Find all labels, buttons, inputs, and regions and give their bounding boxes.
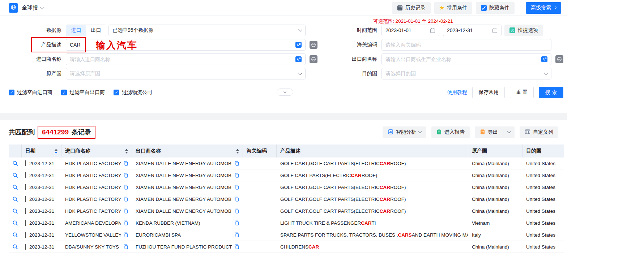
magnifier-icon[interactable] [12, 220, 18, 226]
tab-import[interactable]: 进口 [66, 25, 86, 36]
cell-destination: United States [523, 220, 564, 226]
cell-destination: United States [523, 161, 564, 166]
date-from-input[interactable]: 2023-01-01 [381, 25, 439, 36]
magnifier-icon[interactable] [12, 184, 18, 190]
section-divider [0, 113, 567, 120]
export-button[interactable]: 导出 [475, 126, 503, 138]
quick-options-button[interactable]: ⌘ 快捷选项 [504, 25, 543, 36]
copy-icon[interactable] [234, 197, 239, 202]
magnifier-icon[interactable] [12, 172, 18, 178]
cell-destination: United States [523, 244, 564, 250]
copy-icon[interactable] [123, 185, 128, 190]
hide-conditions-label: 隐藏条件 [489, 5, 509, 11]
cell-date: 2023-12-31 [29, 161, 54, 166]
search-button[interactable]: 搜 索 [539, 87, 563, 98]
row-accent-bar [25, 244, 26, 250]
translate-icon[interactable] [295, 42, 302, 48]
magnifier-icon[interactable] [12, 160, 18, 166]
reset-button[interactable]: 重 置 [510, 87, 534, 98]
table-row[interactable]: 2023-12-31 HDK PLASTIC FACTORY L XIAMEN … [9, 169, 564, 181]
save-common-button[interactable]: 保存常用 [472, 87, 505, 98]
destination-select[interactable]: 请选择目的国 [381, 68, 551, 79]
collapse-form-button[interactable] [277, 89, 293, 96]
cell-date: 2023-12-31 [29, 197, 54, 202]
table-row[interactable]: 2023-12-31 HDK PLASTIC FACTORY L XIAMEN … [9, 158, 564, 169]
favorites-button[interactable]: ★ 常用条件 [434, 2, 472, 14]
cell-destination: United States [523, 232, 564, 238]
table-row[interactable]: 2023-12-31 YELLOWSTONE VALLEY P EURORICA… [9, 229, 564, 241]
cell-exporter: XIAMEN DALLE NEW ENERGY AUTOMOBILE [136, 197, 232, 202]
sort-exporter[interactable] [236, 149, 239, 154]
datasource-select[interactable]: 已选中95个数据源 [108, 25, 306, 36]
copy-icon[interactable] [234, 208, 239, 214]
cell-origin: China (Mainland) [468, 244, 523, 250]
cell-date: 2023-12-31 [29, 185, 54, 190]
result-count: 共匹配到 6441299 条记录 [9, 126, 95, 139]
exporter-input[interactable] [385, 56, 541, 62]
cell-exporter: EURORICAMBI SPA [136, 232, 232, 238]
hs-code-input[interactable] [385, 42, 547, 48]
translate-icon[interactable] [295, 56, 302, 62]
header-exporter: 出口商名称 [132, 145, 243, 158]
copy-icon[interactable] [123, 220, 128, 225]
filter-blank-importer-checkbox[interactable]: ✓ 过滤空白进口商 [9, 89, 52, 96]
origin-label: 原产国 [9, 70, 66, 77]
cell-origin: China (Mainland) [468, 208, 523, 214]
cell-exporter: XIAMEN DALLE NEW ENERGY AUTOMOBILE [136, 185, 232, 190]
history-icon [397, 5, 403, 11]
table-row[interactable]: 2023-12-31 HDK PLASTIC FACTORY L XIAMEN … [9, 181, 564, 193]
exclude-icon[interactable] [310, 41, 317, 49]
date-to-input[interactable]: 2023-12-31 [443, 25, 502, 36]
app-title: 全球搜 [22, 4, 38, 11]
magnifier-icon[interactable] [12, 208, 18, 214]
smart-analysis-label: 智能分析 [396, 129, 416, 135]
magnifier-icon[interactable] [12, 244, 18, 250]
smart-analysis-button[interactable]: 智能分析 [383, 126, 426, 138]
copy-icon[interactable] [234, 220, 239, 225]
results-section: 共匹配到 6441299 条记录 智能分析 [0, 120, 567, 139]
exclude-icon[interactable] [310, 55, 317, 63]
filter-blank-exporter-checkbox[interactable]: ✓ 过滤空白出口商 [61, 89, 105, 96]
copy-icon[interactable] [123, 232, 128, 237]
header-hs-code: 海关编码 [243, 145, 277, 158]
checkbox-checked-icon: ✓ [9, 90, 14, 95]
copy-icon[interactable] [234, 173, 239, 178]
table-row[interactable]: 2023-12-31 HDK PLASTIC FACTORY L XIAMEN … [9, 205, 564, 217]
importer-input[interactable] [70, 56, 295, 62]
export-dropdown-button[interactable] [503, 126, 515, 138]
sort-date[interactable] [55, 149, 57, 154]
filter-logistics-checkbox[interactable]: ✓ 过滤物流公司 [114, 89, 152, 96]
tab-export[interactable]: 出口 [86, 25, 106, 36]
copy-icon[interactable] [234, 185, 239, 190]
copy-icon[interactable] [123, 161, 128, 166]
calendar-icon [492, 28, 498, 33]
table-row[interactable]: 2023-12-31 HDK PLASTIC FACTORY L XIAMEN … [9, 193, 564, 205]
history-button[interactable]: 历史记录 [392, 2, 431, 14]
copy-icon[interactable] [234, 232, 239, 237]
exclude-icon[interactable] [555, 55, 563, 63]
enter-report-button[interactable]: 进入报告 [431, 126, 470, 138]
copy-icon[interactable] [123, 208, 128, 214]
cell-product: GOLF CART PARTS(ELECTRIC CAR ROOF) [277, 173, 468, 178]
custom-columns-button[interactable]: 自定义列 [520, 126, 558, 138]
table-row[interactable]: 2023-12-31 AMERICANA DEVELOPME KENDA RUB… [9, 217, 564, 229]
copy-icon[interactable] [123, 197, 128, 202]
copy-icon[interactable] [234, 244, 239, 249]
copy-icon[interactable] [234, 161, 239, 166]
tutorial-link[interactable]: 使用教程 [447, 89, 467, 96]
copy-icon[interactable] [123, 173, 128, 178]
hide-conditions-button[interactable]: 隐藏条件 [476, 2, 515, 14]
cell-importer: YELLOWSTONE VALLEY P [65, 232, 121, 238]
time-range-label: 时间范围 [321, 27, 381, 34]
magnifier-icon[interactable] [12, 196, 18, 202]
chevron-down-icon[interactable] [40, 5, 44, 9]
table-row[interactable]: 2023-12-31 DBA/SUNNY SKY TOYS FUZHOU TER… [9, 241, 564, 253]
cell-importer: HDK PLASTIC FACTORY L [65, 161, 121, 166]
export-label: 导出 [488, 129, 498, 135]
translate-icon[interactable] [541, 56, 547, 62]
sort-importer[interactable] [125, 149, 128, 154]
origin-select[interactable]: 请选择原产国 [66, 68, 306, 79]
advanced-search-button[interactable]: 高级搜索 [526, 2, 561, 14]
copy-icon[interactable] [123, 244, 128, 249]
magnifier-icon[interactable] [12, 232, 18, 238]
